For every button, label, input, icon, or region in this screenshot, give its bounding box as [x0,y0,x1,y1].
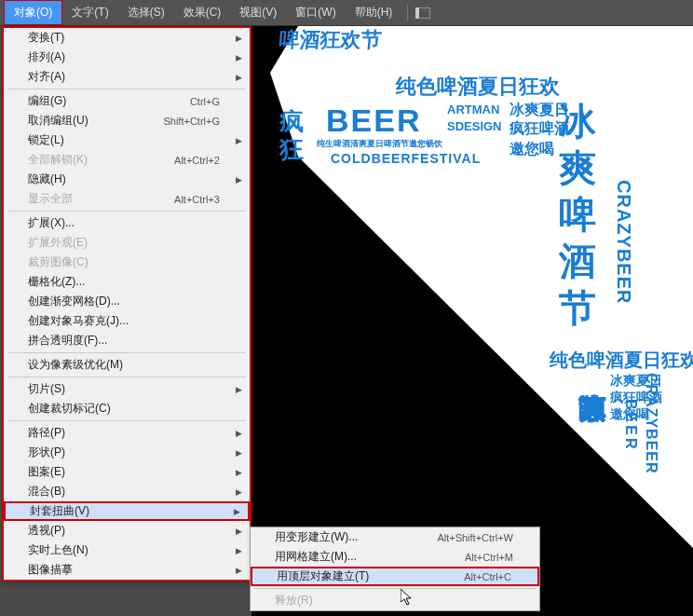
art-sdesign: SDESIGN [447,119,502,133]
art-artman: ARTMAN [447,103,499,116]
dd-unlockall: 全部解锁(K)Alt+Ctrl+2 [4,150,250,170]
dd-pixel-optimize[interactable]: 设为像素级优化(M) [4,355,250,375]
svg-rect-1 [415,7,419,19]
art-bing: 冰 [559,96,596,147]
chevron-right-icon: ▶ [236,566,242,575]
cursor-icon [401,589,415,608]
dd-arrange[interactable]: 排列(A)▶ [4,48,250,67]
dd-sep [7,420,246,421]
art-jie: 节 [559,282,596,334]
menu-text[interactable]: 文字(T) [62,0,117,25]
dd-slice[interactable]: 切片(S)▶ [4,379,250,399]
dd-sep [7,376,246,377]
dd-ungroup[interactable]: 取消编组(U)Shift+Ctrl+G [4,111,250,130]
dd-flatten[interactable]: 拼合透明度(F)... [4,331,250,350]
dd-envelope-distort[interactable]: 封套扭曲(V)▶ [4,501,250,521]
chevron-right-icon: ▶ [236,53,242,62]
art-crazy2: CRAZYBEER [643,373,659,474]
dd-rasterize[interactable]: 栅格化(Z)... [4,272,250,292]
sub-make-warp[interactable]: 用变形建立(W)...Alt+Shift+Ctrl+W [251,527,539,547]
chevron-right-icon: ▶ [236,546,242,555]
menu-select[interactable]: 选择(S) [118,0,174,25]
art-festival: COLDBEERFESTIVAL [331,151,481,166]
menu-object[interactable]: 对象(O) [4,0,62,25]
chevron-right-icon: ▶ [236,34,242,43]
dd-gradient-mesh[interactable]: 创建渐变网格(D)... [4,292,250,311]
chevron-right-icon: ▶ [236,175,242,185]
menu-separator [407,5,408,21]
art-small1: 纯生啤酒清爽夏日啤酒节邀您畅饮 [317,138,442,150]
dd-trim-marks[interactable]: 创建裁切标记(C) [4,399,250,418]
dd-sep [7,89,246,89]
dd-image-trace[interactable]: 图像描摹▶ [4,560,250,580]
menubar: 对象(O) 文字(T) 选择(S) 效果(C) 视图(V) 窗口(W) 帮助(H… [0,0,693,26]
dd-mosaic[interactable]: 创建对象马赛克(J)... [4,311,250,331]
sub-make-top-object[interactable]: 用顶层对象建立(T)Alt+Ctrl+C [251,567,539,586]
envelope-distort-submenu: 用变形建立(W)...Alt+Shift+Ctrl+W 用网格建立(M)...A… [250,527,540,611]
art-kuang: 狂 [279,133,304,166]
dd-transform[interactable]: 变换(T)▶ [4,28,250,48]
dd-expand[interactable]: 扩展(X)... [4,213,250,233]
dd-sep [7,352,246,353]
dd-live-paint[interactable]: 实时上色(N)▶ [4,541,250,560]
menu-view[interactable]: 视图(V) [230,0,286,25]
art-shuang: 爽 [559,143,596,194]
dd-align[interactable]: 对齐(A)▶ [4,67,250,87]
chevron-right-icon: ▶ [236,468,242,477]
dd-pattern[interactable]: 图案(E)▶ [4,462,250,482]
chevron-right-icon: ▶ [236,73,242,82]
dd-shape[interactable]: 形状(P)▶ [4,443,250,462]
chevron-right-icon: ▶ [236,487,242,497]
chevron-right-icon: ▶ [236,527,242,536]
chevron-right-icon: ▶ [236,448,242,458]
dd-hide[interactable]: 隐藏(H)▶ [4,170,250,189]
dd-showall: 显示全部Alt+Ctrl+3 [4,189,250,209]
chevron-right-icon: ▶ [236,429,242,438]
chevron-right-icon: ▶ [236,136,242,145]
chevron-right-icon: ▶ [236,385,242,394]
dd-perspective[interactable]: 透视(P)▶ [4,521,250,541]
art-beer2: BEER [622,399,639,451]
dd-sep [7,211,246,212]
chevron-right-icon: ▶ [234,507,240,516]
art-side: 纯色啤酒夏日狂欢 [396,73,560,101]
layout-icon[interactable] [414,6,432,21]
dd-group[interactable]: 编组(G)Ctrl+G [4,91,250,111]
art-sub3: 邀您喝 [510,140,554,159]
art-pi: 啤 [559,189,596,240]
dd-lock[interactable]: 锁定(L)▶ [4,130,250,150]
art-title: 啤酒狂欢节 [279,26,384,54]
art-jiu: 酒 [559,236,596,287]
art-beer: BEER [326,103,421,139]
dd-sep [254,588,536,589]
art-side2: 纯色啤酒夏日狂欢 [550,348,693,373]
dd-path[interactable]: 路径(P)▶ [4,423,250,443]
sub-make-mesh[interactable]: 用网格建立(M)...Alt+Ctrl+M [251,547,539,567]
dd-blend[interactable]: 混合(B)▶ [4,482,250,501]
dd-crop-image: 裁剪图像(C) [4,253,250,272]
art-crazy: CRAZYBEER [613,180,634,304]
menu-help[interactable]: 帮助(H) [346,0,402,25]
object-menu-dropdown: 变换(T)▶ 排列(A)▶ 对齐(A)▶ 编组(G)Ctrl+G 取消编组(U)… [2,26,251,582]
sub-release: 释放(R) [251,591,539,610]
menu-effect[interactable]: 效果(C) [174,0,231,25]
dd-expand-appearance: 扩展外观(E) [4,233,250,253]
menu-window[interactable]: 窗口(W) [286,0,345,25]
